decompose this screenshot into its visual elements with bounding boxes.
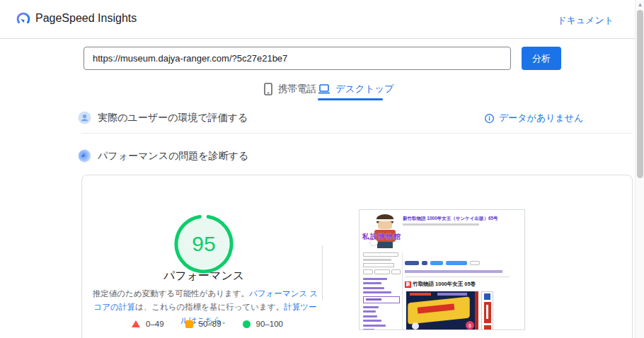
field-data-section-title: 実際のユーザーの環境で評価する bbox=[98, 112, 248, 124]
card-vertical-divider bbox=[322, 245, 323, 301]
page-screenshot-thumbnail[interactable]: 私設博物館 新竹取物語 1000年女王（サンケイ出版）65号 新 竹取物語 10… bbox=[359, 209, 525, 330]
no-data-link[interactable]: データがありません bbox=[484, 112, 583, 124]
thumbnail-article-heading: 新 竹取物語 1000年女王 05巻 bbox=[405, 281, 476, 288]
analyze-button[interactable]: 分析 bbox=[522, 47, 561, 70]
url-input[interactable] bbox=[84, 47, 511, 70]
pass-circle-icon bbox=[243, 320, 251, 328]
cover-volume-badge: 6 bbox=[466, 321, 474, 330]
legend-range-average: 50–89 bbox=[199, 320, 222, 328]
no-data-label: データがありません bbox=[499, 112, 583, 124]
thumbnail-site-name: 私設博物館 bbox=[362, 232, 401, 242]
mobile-phone-icon bbox=[263, 83, 273, 95]
tab-mobile[interactable]: 携帯電話 bbox=[263, 81, 316, 97]
score-legend: 0–49 50–89 90–100 bbox=[91, 320, 324, 328]
app-title: PageSpeed Insights bbox=[35, 12, 137, 25]
thumbnail-share-buttons bbox=[405, 261, 480, 265]
fail-triangle-icon bbox=[132, 320, 140, 327]
average-square-icon bbox=[185, 320, 193, 328]
thumbnail-subtitle-bar bbox=[403, 223, 479, 226]
thumbnail-column-divider bbox=[402, 252, 403, 330]
lab-data-section-title: パフォーマンスの問題を診断する bbox=[98, 150, 248, 163]
field-data-user-icon bbox=[78, 111, 91, 124]
desktop-icon bbox=[318, 83, 330, 95]
disclaimer-text-1: 推定値のため変動する可能性があります。 bbox=[93, 289, 249, 298]
scrollbar-up-arrow-icon[interactable]: ▲ bbox=[637, 1, 643, 8]
tab-mobile-label: 携帯電話 bbox=[278, 83, 316, 95]
tab-desktop-label: デスクトップ bbox=[335, 83, 394, 95]
page-scrollbar[interactable]: ▲ bbox=[635, 0, 644, 338]
section-divider bbox=[81, 133, 633, 134]
pagespeed-logo-icon bbox=[16, 11, 31, 27]
performance-label: パフォーマンス bbox=[91, 269, 317, 284]
lab-data-gauge-icon bbox=[78, 149, 91, 163]
article-heading-text: 竹取物語 1000年女王 05巻 bbox=[413, 281, 476, 288]
thumbnail-sidebar bbox=[363, 252, 401, 330]
documentation-link[interactable]: ドキュメント bbox=[557, 14, 614, 27]
thumbnail-post-title: 新竹取物語 1000年女王（サンケイ出版）65号 bbox=[403, 216, 509, 222]
performance-score-gauge[interactable]: 95 bbox=[173, 213, 235, 275]
legend-range-pass: 90–100 bbox=[256, 320, 283, 328]
field-data-section-header: 実際のユーザーの環境で評価する bbox=[78, 111, 248, 124]
legend-item-pass: 90–100 bbox=[243, 320, 283, 328]
pagespeed-insights-app: PageSpeed Insights ドキュメント 分析 携帯電話 デスクトップ… bbox=[0, 0, 644, 338]
legend-item-average: 50–89 bbox=[185, 320, 222, 328]
legend-item-fail: 0–49 bbox=[132, 320, 164, 328]
thumbnail-tags-bar bbox=[405, 270, 502, 273]
new-badge: 新 bbox=[405, 281, 411, 288]
performance-score-value: 95 bbox=[173, 213, 235, 275]
scrollbar-thumb[interactable] bbox=[637, 10, 643, 178]
thumbnail-comic-cover: 6 bbox=[406, 291, 478, 330]
lab-data-section-header: パフォーマンスの問題を診断する bbox=[78, 149, 248, 163]
disclaimer-text-2: は、これらの指標を基に行っています。 bbox=[135, 303, 284, 311]
thumbnail-rule bbox=[405, 276, 510, 277]
thumbnail-comic-spine bbox=[481, 291, 493, 330]
info-icon bbox=[484, 113, 495, 124]
legend-range-fail: 0–49 bbox=[146, 320, 164, 328]
tab-desktop[interactable]: デスクトップ bbox=[318, 81, 394, 97]
tab-selected-underline bbox=[318, 98, 383, 100]
app-header: PageSpeed Insights ドキュメント bbox=[0, 0, 635, 39]
